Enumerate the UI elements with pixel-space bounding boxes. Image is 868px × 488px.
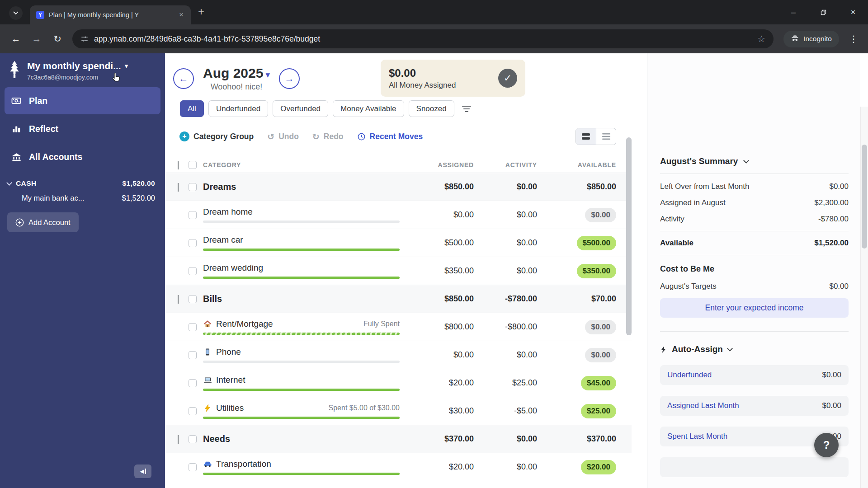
category-row-utilities[interactable]: Utilities Spent $5.00 of $30.00 $30.00 -… xyxy=(165,397,632,425)
activity-value[interactable]: $0.00 xyxy=(474,350,537,360)
reload-button[interactable]: ↻ xyxy=(48,29,67,48)
row-checkbox[interactable] xyxy=(189,407,197,415)
category-name[interactable]: Transportation xyxy=(216,459,271,469)
assigned-value[interactable]: $350.00 xyxy=(406,266,474,276)
assigned-value[interactable]: $0.00 xyxy=(406,350,474,360)
filter-all[interactable]: All xyxy=(180,100,204,117)
chevron-down-icon[interactable] xyxy=(178,183,179,192)
row-checkbox[interactable] xyxy=(189,267,197,275)
auto-assign-header[interactable]: Auto-Assign xyxy=(660,344,849,354)
back-button[interactable]: ← xyxy=(6,29,25,48)
previous-month-button[interactable]: ← xyxy=(173,68,194,89)
sidebar-collapse-button[interactable]: ◀ xyxy=(134,465,151,478)
budget-name[interactable]: My monthly spendi... xyxy=(27,61,121,71)
filter-snoozed[interactable]: Snoozed xyxy=(409,100,454,117)
undo-button[interactable]: ↺ Undo xyxy=(267,131,299,142)
assigned-value[interactable]: $500.00 xyxy=(406,238,474,248)
filter-money-available[interactable]: Money Available xyxy=(333,100,404,117)
window-restore-button[interactable] xyxy=(808,0,838,24)
row-checkbox[interactable] xyxy=(189,379,197,387)
group-row-dreams[interactable]: Dreams $850.00 $0.00 $850.00 xyxy=(165,173,632,201)
sidebar-item-all-accounts[interactable]: All Accounts xyxy=(5,143,160,170)
chevron-down-icon[interactable] xyxy=(178,295,179,304)
filter-underfunded[interactable]: Underfunded xyxy=(208,100,268,117)
available-column-header[interactable]: AVAILABLE xyxy=(537,161,616,169)
activity-value[interactable]: -$800.00 xyxy=(474,322,537,332)
row-checkbox[interactable] xyxy=(189,323,197,331)
assigned-column-header[interactable]: ASSIGNED xyxy=(406,161,474,169)
next-month-button[interactable]: → xyxy=(279,68,300,89)
category-row-dream-home[interactable]: Dream home $0.00 $0.00 $0.00 xyxy=(165,201,632,229)
category-name[interactable]: Dream car xyxy=(203,235,243,245)
new-tab-button[interactable]: + xyxy=(198,5,204,18)
add-category-group-button[interactable]: + Category Group xyxy=(179,131,254,141)
page-scrollbar[interactable] xyxy=(860,107,868,488)
window-close-button[interactable]: × xyxy=(838,0,868,24)
filter-icon[interactable] xyxy=(462,105,472,113)
available-pill[interactable]: $25.00 xyxy=(581,404,616,418)
help-button[interactable]: ? xyxy=(814,433,839,457)
category-row-rent-mortgage[interactable]: Rent/Mortgage Fully Spent $800.00 -$800.… xyxy=(165,313,632,341)
select-all-checkbox[interactable] xyxy=(189,161,197,169)
collapse-all-chevron-icon[interactable] xyxy=(178,161,179,169)
browser-menu-icon[interactable]: ⋮ xyxy=(845,33,862,44)
group-row-bills[interactable]: Bills $850.00 -$780.00 $70.00 xyxy=(165,285,632,313)
category-row-transportation[interactable]: Transportation $20.00 $0.00 $20.00 xyxy=(165,453,632,481)
group-name[interactable]: Bills xyxy=(203,294,406,304)
account-item[interactable]: My main bank ac... $1,520.00 xyxy=(0,188,165,202)
row-checkbox[interactable] xyxy=(189,463,197,471)
category-name[interactable]: Rent/Mortgage xyxy=(216,319,273,329)
chevron-down-icon[interactable] xyxy=(178,435,179,444)
available-pill[interactable]: $20.00 xyxy=(581,460,616,474)
card-view-button[interactable] xyxy=(576,128,596,145)
available-pill[interactable]: $0.00 xyxy=(585,208,616,222)
summary-header[interactable]: August's Summary xyxy=(660,156,849,174)
category-name[interactable]: Dream wedding xyxy=(203,263,263,273)
tab-search-button[interactable] xyxy=(9,6,23,20)
available-pill[interactable]: $350.00 xyxy=(577,264,616,278)
month-selector[interactable]: Aug 2025▾ xyxy=(200,66,273,81)
redo-button[interactable]: ↻ Redo xyxy=(312,131,344,142)
filter-overfunded[interactable]: Overfunded xyxy=(273,100,328,117)
activity-value[interactable]: $0.00 xyxy=(474,266,537,276)
category-row-phone[interactable]: Phone $0.00 $0.00 $0.00 xyxy=(165,341,632,369)
site-controls-icon[interactable] xyxy=(80,35,89,43)
activity-value[interactable]: $0.00 xyxy=(474,462,537,472)
category-name[interactable]: Internet xyxy=(216,375,245,385)
add-account-button[interactable]: Add Account xyxy=(7,212,79,232)
assigned-value[interactable]: $0.00 xyxy=(406,210,474,220)
scrollbar-thumb[interactable] xyxy=(862,145,867,249)
activity-value[interactable]: -$5.00 xyxy=(474,406,537,416)
available-pill[interactable]: $0.00 xyxy=(585,348,616,362)
budget-switcher[interactable]: My monthly spendi...▾ 7c3ac6a8@moodjoy.c… xyxy=(0,53,165,86)
available-pill[interactable]: $500.00 xyxy=(577,236,616,250)
table-scrollbar[interactable] xyxy=(626,137,632,335)
expected-income-button[interactable]: Enter your expected income xyxy=(660,298,849,318)
browser-tab[interactable]: Y Plan | My monthly spending | Y × xyxy=(30,5,191,24)
group-checkbox[interactable] xyxy=(189,183,197,191)
group-row-needs[interactable]: Needs $370.00 $0.00 $370.00 xyxy=(165,425,632,453)
sidebar-item-reflect[interactable]: Reflect xyxy=(5,115,160,142)
bookmark-star-icon[interactable]: ☆ xyxy=(757,33,765,44)
assigned-value[interactable]: $20.00 xyxy=(406,378,474,388)
category-name[interactable]: Utilities xyxy=(216,403,244,413)
activity-value[interactable]: $0.00 xyxy=(474,238,537,248)
available-pill[interactable]: $45.00 xyxy=(581,376,616,390)
assigned-value[interactable]: $30.00 xyxy=(406,406,474,416)
row-checkbox[interactable] xyxy=(189,351,197,359)
tab-close-icon[interactable]: × xyxy=(176,10,186,19)
category-column-header[interactable]: CATEGORY xyxy=(203,161,406,169)
category-name[interactable]: Phone xyxy=(216,347,241,357)
group-name[interactable]: Dreams xyxy=(203,182,406,192)
auto-assign-row-partial[interactable] xyxy=(660,457,849,477)
category-row-internet[interactable]: Internet $20.00 $25.00 $45.00 xyxy=(165,369,632,397)
group-name[interactable]: Needs xyxy=(203,434,406,444)
assigned-value[interactable]: $800.00 xyxy=(406,322,474,332)
activity-value[interactable]: $25.00 xyxy=(474,378,537,388)
auto-assign-row-assigned-last-month[interactable]: Assigned Last Month$0.00 xyxy=(660,396,849,416)
category-name[interactable]: Dream home xyxy=(203,207,253,217)
url-text[interactable]: app.ynab.com/2849d6a8-ca3b-4a41-bf7c-537… xyxy=(94,34,752,44)
address-bar[interactable]: app.ynab.com/2849d6a8-ca3b-4a41-bf7c-537… xyxy=(72,29,774,48)
row-checkbox[interactable] xyxy=(189,211,197,219)
cash-section-header[interactable]: CASH $1,520.00 xyxy=(7,179,155,188)
